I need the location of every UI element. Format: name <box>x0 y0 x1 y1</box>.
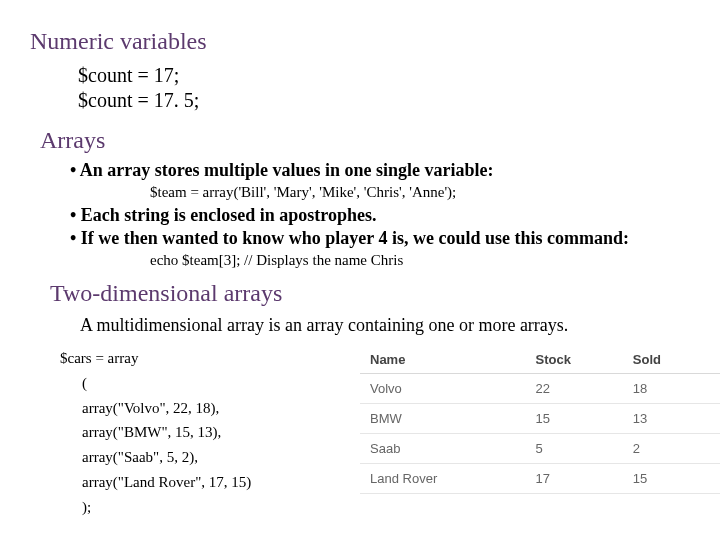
col-sold: Sold <box>623 346 720 374</box>
cell-sold: 2 <box>623 434 720 464</box>
code-line: ); <box>82 495 690 520</box>
para-multidim: A multidimensional array is an array con… <box>80 315 690 336</box>
cell-stock: 15 <box>526 404 623 434</box>
cell-sold: 13 <box>623 404 720 434</box>
bullet-player4: • If we then wanted to know who player 4… <box>70 228 690 249</box>
cell-stock: 17 <box>526 464 623 494</box>
cell-sold: 18 <box>623 374 720 404</box>
slide: Numeric variables $count = 17; $count = … <box>0 0 720 540</box>
cell-name: BMW <box>360 404 526 434</box>
table-row: Land Rover 17 15 <box>360 464 720 494</box>
col-stock: Stock <box>526 346 623 374</box>
table-row: Volvo 22 18 <box>360 374 720 404</box>
lower-row: $cars = array ( array("Volvo", 22, 18), … <box>60 346 690 519</box>
table-row: BMW 15 13 <box>360 404 720 434</box>
bullet-apostrophes: • Each string is enclosed in apostrophes… <box>70 205 690 226</box>
code-echo-team: echo $team[3]; // Displays the name Chri… <box>150 251 690 271</box>
cell-name: Land Rover <box>360 464 526 494</box>
cell-name: Saab <box>360 434 526 464</box>
code-count-float: $count = 17. 5; <box>78 88 690 113</box>
cell-name: Volvo <box>360 374 526 404</box>
cell-stock: 5 <box>526 434 623 464</box>
cell-stock: 22 <box>526 374 623 404</box>
table-row: Saab 5 2 <box>360 434 720 464</box>
code-team-array: $team = array('Bill', 'Mary', 'Mike', 'C… <box>150 183 690 203</box>
code-count-int: $count = 17; <box>78 63 690 88</box>
cell-sold: 15 <box>623 464 720 494</box>
cars-table: Name Stock Sold Volvo 22 18 BMW 15 13 <box>360 346 720 494</box>
arrays-bullets: • An array stores multiple values in one… <box>70 160 690 270</box>
heading-arrays: Arrays <box>40 127 690 154</box>
col-name: Name <box>360 346 526 374</box>
heading-numeric: Numeric variables <box>30 28 690 55</box>
bullet-array-stores: • An array stores multiple values in one… <box>70 160 690 181</box>
table-header-row: Name Stock Sold <box>360 346 720 374</box>
heading-2d-arrays: Two-dimensional arrays <box>50 280 690 307</box>
cars-table-wrap: Name Stock Sold Volvo 22 18 BMW 15 13 <box>360 346 720 494</box>
